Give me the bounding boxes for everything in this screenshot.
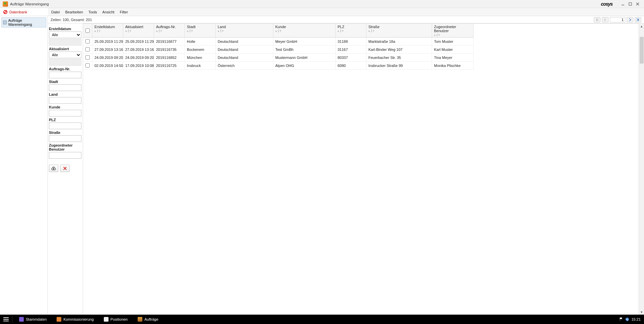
row-checkbox[interactable] xyxy=(85,55,90,60)
column-header-stadt[interactable]: Stadt▵|▿ xyxy=(185,24,216,37)
close-button[interactable] xyxy=(634,1,641,7)
filter-stadt-input[interactable] xyxy=(49,84,81,91)
taskbar-item-stammdaten[interactable]: Stammdaten xyxy=(14,315,51,324)
pager-next-button[interactable] xyxy=(627,17,633,22)
scrollbar-thumb[interactable] xyxy=(640,37,644,64)
row-checkbox[interactable] xyxy=(85,63,90,68)
vertical-scrollbar[interactable]: ▴ ▾ xyxy=(639,23,644,315)
maximize-button[interactable] xyxy=(627,1,634,7)
filter-aktualisiert-select[interactable]: Alle xyxy=(49,52,81,58)
filter-plz-input[interactable] xyxy=(49,123,81,129)
cell-aktualisiert[interactable]: 27.09.2019 13:16:02 xyxy=(123,46,154,54)
row-checkbox-cell xyxy=(83,46,92,54)
taskbar-item-positionen[interactable]: Positionen xyxy=(99,315,132,324)
cell-plz[interactable]: 80337 xyxy=(336,54,366,62)
menu-tools[interactable]: Tools xyxy=(88,10,97,14)
cell-aktualisiert[interactable]: 24.09.2019 09:20:50 xyxy=(123,54,154,62)
column-header-erstelldatum[interactable]: Erstelldatum▵|▿ xyxy=(92,24,123,37)
column-header-plz[interactable]: PLZ▵|▿ xyxy=(336,24,366,37)
row-checkbox[interactable] xyxy=(85,47,90,52)
tree-node-icon xyxy=(3,20,7,24)
cell-land[interactable]: Deutschland xyxy=(216,54,273,62)
filter-auftragsnr-input[interactable] xyxy=(49,72,81,78)
db-tab[interactable]: Datenbank xyxy=(0,8,48,16)
column-header-strasse[interactable]: Straße▵|▿ xyxy=(366,24,432,37)
cell-kunde[interactable]: Mustermann GmbH xyxy=(273,54,336,62)
pager-first-button[interactable] xyxy=(594,17,600,22)
cell-erstelldatum[interactable]: 25.09.2019 11:29:14 xyxy=(92,37,123,46)
cell-benutzer[interactable]: Karl Muster xyxy=(432,46,474,54)
cell-erstelldatum[interactable]: 02.09.2019 14:50:04 xyxy=(92,62,123,70)
cell-plz[interactable]: 31188 xyxy=(336,37,366,46)
tray-flag-icon[interactable] xyxy=(619,317,623,321)
binoculars-icon xyxy=(51,166,56,171)
taskbar-item-auftraege[interactable]: Aufträge xyxy=(133,315,163,324)
cell-erstelldatum[interactable]: 27.09.2019 13:16:02 xyxy=(92,46,123,54)
cell-kunde[interactable]: Alpen OHG xyxy=(273,62,336,70)
column-header-checkbox[interactable] xyxy=(83,24,92,37)
cell-kunde[interactable]: Meyer GmbH xyxy=(273,37,336,46)
cell-strasse[interactable]: Insbrucker Straße 99 xyxy=(366,62,432,70)
pager-prev-button[interactable] xyxy=(602,17,609,22)
cell-stadt[interactable]: Bockenem xyxy=(185,46,216,54)
cell-strasse[interactable]: Karl-Binder Weg 107 xyxy=(366,46,432,54)
db-tab-label: Datenbank xyxy=(9,10,27,14)
grid-wrapper: Erstelldatum▵|▿ Aktualisiert▵|▿ Auftrags… xyxy=(83,23,644,315)
cell-strasse[interactable]: Marktstraße 18a xyxy=(366,37,432,46)
cell-auftragsnr[interactable]: 2019116725 xyxy=(154,62,185,70)
menu-filter[interactable]: Filter xyxy=(120,10,128,14)
pager-last-button[interactable] xyxy=(635,17,641,22)
cell-plz[interactable]: 6080 xyxy=(336,62,366,70)
scroll-down-arrow-icon[interactable]: ▾ xyxy=(639,309,644,315)
column-header-benutzer[interactable]: Zugeordneter Benutzer▵|▿ xyxy=(432,24,474,37)
cell-land[interactable]: Österreich xyxy=(216,62,273,70)
tray-globe-icon[interactable] xyxy=(625,317,629,321)
scroll-up-arrow-icon[interactable]: ▴ xyxy=(639,23,644,29)
cell-auftragsnr[interactable]: 2019116877 xyxy=(154,37,185,46)
start-menu-button[interactable] xyxy=(2,316,10,323)
menu-bearbeiten[interactable]: Bearbeiten xyxy=(65,10,83,14)
column-header-land[interactable]: Land▵|▿ xyxy=(216,24,273,37)
taskbar-item-kommissionierung[interactable]: Kommissionierung xyxy=(52,315,98,324)
column-header-auftragsnr[interactable]: Auftrags-Nr.▵|▿ xyxy=(154,24,185,37)
select-all-checkbox[interactable] xyxy=(85,28,90,33)
filter-label-stadt: Stadt xyxy=(49,80,82,84)
row-checkbox[interactable] xyxy=(85,39,90,44)
cell-stadt[interactable]: München xyxy=(185,54,216,62)
filter-land-input[interactable] xyxy=(49,97,81,104)
tree-item-auftraege[interactable]: Aufträge Wareneingang xyxy=(1,17,46,27)
sort-asc-icon: ▵ xyxy=(94,29,96,32)
brand-logo: cosys xyxy=(601,1,613,7)
cell-kunde[interactable]: Test GmBh xyxy=(273,46,336,54)
apply-filter-button[interactable] xyxy=(49,165,58,172)
column-header-kunde[interactable]: Kunde▵|▿ xyxy=(273,24,336,37)
menu-datei[interactable]: Datei xyxy=(51,10,60,14)
cell-auftragsnr[interactable]: 2019116852 xyxy=(154,54,185,62)
taskbar: Stammdaten Kommissionierung Positionen A… xyxy=(0,315,644,324)
cell-benutzer[interactable]: Monika Plischke xyxy=(432,62,474,70)
cell-auftragsnr[interactable]: 2019116735 xyxy=(154,46,185,54)
filter-erstelldatum-select[interactable]: Alle xyxy=(49,31,81,38)
pager-page-input[interactable] xyxy=(610,17,625,22)
cell-benutzer[interactable]: Tom Muster xyxy=(432,37,474,46)
cell-erstelldatum[interactable]: 24.09.2019 09:20:09 xyxy=(92,54,123,62)
cell-benutzer[interactable]: Tina Meyer xyxy=(432,54,474,62)
column-header-aktualisiert[interactable]: Aktualisiert▵|▿ xyxy=(123,24,154,37)
cell-land[interactable]: Deutschland xyxy=(216,37,273,46)
filter-kunde-input[interactable] xyxy=(49,110,81,116)
secondary-bar: Datenbank Datei Bearbeiten Tools Ansicht… xyxy=(0,8,644,16)
cell-stadt[interactable]: Insbruck xyxy=(185,62,216,70)
menu-ansicht[interactable]: Ansicht xyxy=(102,10,115,14)
filter-benutzer-input[interactable] xyxy=(49,152,81,159)
filter-label-land: Land xyxy=(49,92,82,96)
cell-aktualisiert[interactable]: 25.09.2019 11:29:20 xyxy=(123,37,154,46)
cell-aktualisiert[interactable]: 17.09.2019 10:08:41 xyxy=(123,62,154,70)
clear-filter-button[interactable] xyxy=(60,165,70,172)
filter-strasse-input[interactable] xyxy=(49,135,81,142)
cell-plz[interactable]: 31167 xyxy=(336,46,366,54)
minimize-button[interactable] xyxy=(619,1,627,7)
cell-strasse[interactable]: Feuerbacher Str. 35 xyxy=(366,54,432,62)
cell-stadt[interactable]: Holle xyxy=(185,37,216,46)
sort-desc-icon: ▿ xyxy=(99,29,100,32)
cell-land[interactable]: Deutschland xyxy=(216,46,273,54)
